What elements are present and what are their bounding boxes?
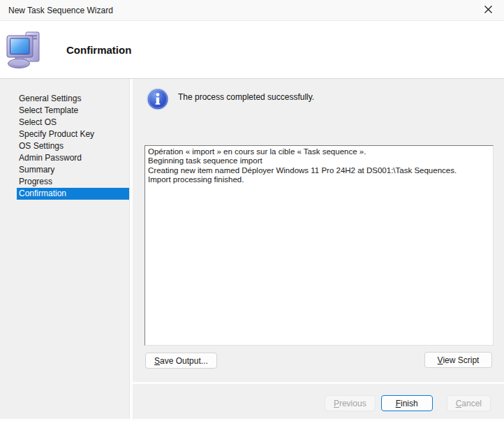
view-script-label: View Script [438, 355, 480, 365]
finish-label: Finish [396, 399, 418, 408]
sidebar-step-label: Select Template [19, 105, 78, 115]
sidebar-step-label: Admin Password [19, 153, 82, 163]
sidebar-step-item: Select OS [17, 117, 129, 128]
previous-label: Previous [334, 399, 366, 408]
page-title: Confirmation [66, 44, 131, 56]
close-button[interactable] [477, 2, 498, 19]
title-bar: New Task Sequence Wizard [0, 0, 504, 21]
save-output-button[interactable]: Save Output... [145, 353, 217, 369]
main-panel: The process completed successfully. Opér… [133, 79, 504, 420]
sidebar-step-item: Select Template [17, 105, 129, 117]
sidebar-step-item: Specify Product Key [17, 128, 129, 140]
sidebar-step-label: Select OS [19, 117, 57, 127]
view-script-button[interactable]: View Script [424, 352, 492, 368]
cancel-button: Cancel [447, 395, 491, 411]
window-title: New Task Sequence Wizard [8, 6, 477, 15]
sidebar-step-label: General Settings [19, 94, 81, 103]
output-log[interactable]: Opération « import » en cours sur la cib… [144, 145, 494, 346]
computer-icon [6, 30, 42, 69]
cancel-label: Cancel [456, 399, 482, 408]
sidebar-step-label: Specify Product Key [19, 129, 94, 139]
wizard-body: General Settings Select Template Select … [0, 79, 504, 420]
previous-button: Previous [325, 395, 376, 411]
sidebar-step-item: Admin Password [17, 152, 129, 164]
wizard-steps-sidebar: General Settings Select Template Select … [0, 79, 130, 420]
wizard-window: New Task Sequence Wizard [0, 0, 504, 420]
sidebar-step-item: Summary [17, 164, 129, 176]
status-message: The process completed successfully. [178, 92, 314, 102]
sidebar-step-label: Summary [19, 165, 54, 175]
sidebar-step-label: Confirmation [19, 189, 66, 198]
finish-button[interactable]: Finish [381, 395, 433, 411]
save-output-label: Save Output... [154, 356, 208, 366]
sidebar-step-item: Confirmation [17, 188, 129, 200]
sidebar-step-label: Progress [19, 177, 52, 186]
confirmation-content: The process completed successfully. Opér… [133, 79, 504, 382]
wizard-header: Confirmation [0, 21, 504, 79]
sidebar-step-item: OS Settings [17, 140, 129, 152]
wizard-footer: Previous Finish Cancel [133, 384, 504, 420]
sidebar-step-item: General Settings [17, 93, 129, 105]
info-icon [147, 88, 169, 110]
close-icon [484, 5, 493, 16]
sidebar-step-item: Progress [17, 176, 129, 188]
sidebar-step-label: OS Settings [19, 141, 64, 151]
